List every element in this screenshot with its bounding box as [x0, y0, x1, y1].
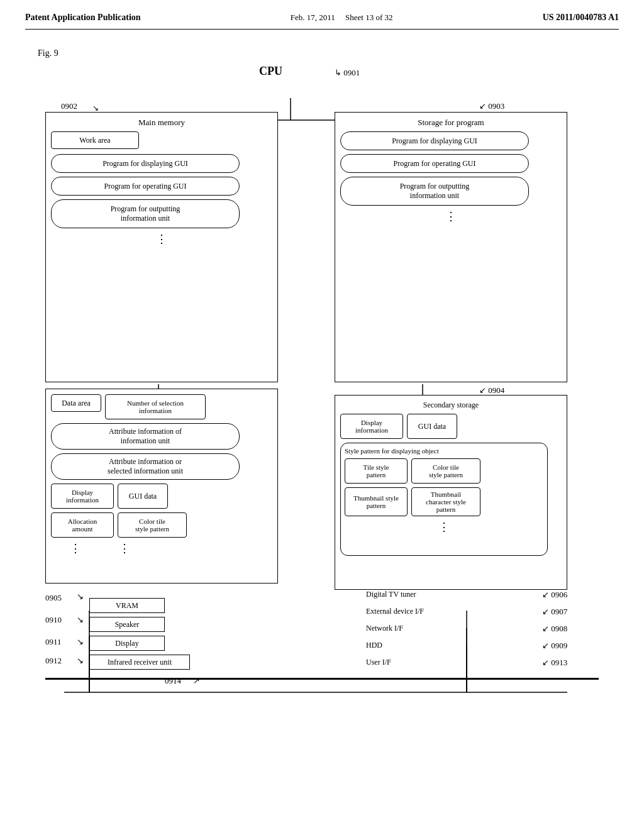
display-info-right-box: Display information [340, 414, 403, 439]
tile-style-box: Tile style pattern [345, 458, 408, 484]
data-area-label-box: Data area [51, 394, 101, 412]
number-selection-box: Number of selection information [105, 394, 206, 419]
fig-label: Fig. 9 [38, 48, 619, 58]
ref-secondary: ↙ 0904 [479, 385, 504, 396]
infrared-arrow: ↘ [77, 656, 84, 666]
header: Patent Application Publication Feb. 17, … [25, 13, 619, 30]
prog-operate-gui-right: Program for operating GUI [340, 154, 529, 173]
work-area-box: Work area [51, 131, 139, 149]
prog-output-left: Program for outputting information unit [51, 199, 240, 228]
vram-arrow: ↘ [77, 592, 84, 602]
display-info-left-box: Display information [51, 484, 114, 509]
ref-display-unit: 0911 [45, 637, 62, 647]
dots-secondary: ⋮ [345, 520, 543, 534]
prog-operate-gui-left: Program for operating GUI [51, 177, 240, 196]
gui-data-left-box: GUI data [118, 484, 168, 509]
gui-data-right-box: GUI data [407, 414, 457, 439]
ref-speaker: 0910 [45, 615, 62, 625]
ref-vram: 0905 [45, 593, 62, 603]
display-info-row-left: Display information GUI data [51, 484, 272, 509]
thumbnail-row: Thumbnail style pattern Thumbnail charac… [345, 487, 543, 516]
color-tile-right-box: Color tile style pattern [411, 458, 480, 484]
main-memory-box: Main memory Work area Program for displa… [45, 112, 278, 382]
hdd-label: HDD [366, 641, 382, 650]
header-publisher: Patent Application Publication [25, 13, 141, 23]
speaker-arrow: ↘ [77, 615, 84, 625]
cpu-label: CPU [259, 65, 282, 78]
ref-digital-tv: ↙ 0906 [542, 590, 567, 600]
storage-title: Storage for program [340, 118, 562, 128]
tile-row: Tile style pattern Color tile style patt… [345, 458, 543, 484]
prog-output-right: Program for outputting information unit [340, 177, 529, 206]
infrared-box: Infrared receiver unit [89, 655, 190, 670]
ref-cpu: ↳ 0901 [335, 68, 360, 78]
allocation-box: Allocation amount [51, 512, 114, 538]
user-if-label: User I/F [366, 658, 391, 667]
ref-external: ↙ 0907 [542, 607, 567, 617]
diagram: CPU ↳ 0901 [26, 65, 618, 725]
secondary-storage-box: Secondary storage Display information GU… [335, 395, 567, 590]
ref-network: ↙ 0908 [542, 624, 567, 634]
allocation-row: Allocation amount Color tile style patte… [51, 512, 272, 538]
dots-left-top: ⋮ [51, 232, 272, 246]
display-unit-box: Display [89, 636, 165, 651]
dots-left-bottom: ⋮ ⋮ [51, 541, 272, 555]
style-pattern-box: Style pattern for displaying object Tile… [340, 443, 548, 556]
header-patent: US 2011/0040783 A1 [543, 13, 619, 23]
display-info-row-right: Display information GUI data [340, 414, 562, 439]
thumbnail-style-box: Thumbnail style pattern [345, 487, 408, 516]
color-tile-left-box: Color tile style pattern [118, 512, 187, 538]
dots-right-top: ⋮ [340, 209, 562, 223]
speaker-box: Speaker [89, 617, 165, 632]
prog-display-gui-left: Program for displaying GUI [51, 154, 240, 173]
page: Patent Application Publication Feb. 17, … [0, 0, 644, 830]
style-pattern-label: Style pattern for displaying object [345, 447, 543, 455]
work-area-label: Work area [79, 136, 110, 145]
ref-main-memory: 0902 [61, 101, 77, 111]
prog-display-gui-right: Program for displaying GUI [340, 131, 529, 150]
storage-box: Storage for program Program for displayi… [335, 112, 567, 382]
thumbnail-char-box: Thumbnail character style pattern [411, 487, 480, 516]
data-area-header: Data area Number of selection informatio… [51, 394, 272, 419]
secondary-storage-label: Secondary storage [340, 401, 562, 410]
external-if-label: External device I/F [366, 607, 424, 616]
bus-line [45, 678, 599, 680]
digital-tv-label: Digital TV tuner [366, 590, 416, 599]
network-if-label: Network I/F [366, 624, 403, 633]
ref-user-if: ↙ 0913 [542, 658, 567, 668]
attr-info-selected-box: Attribute information or selected inform… [51, 453, 240, 480]
attr-info-unit-box: Attribute information of information uni… [51, 423, 240, 450]
ref-infrared: 0912 [45, 656, 62, 666]
ref-hdd: ↙ 0909 [542, 641, 567, 651]
main-memory-title: Main memory [51, 118, 272, 128]
vram-box: VRAM [89, 598, 165, 613]
ref-storage: ↙ 0903 [479, 101, 504, 111]
display-unit-arrow: ↘ [77, 637, 84, 647]
data-area-box: Data area Number of selection informatio… [45, 389, 278, 584]
header-date: Feb. 17, 2011 [291, 13, 335, 22]
header-sheet: Sheet 13 of 32 [345, 13, 392, 22]
